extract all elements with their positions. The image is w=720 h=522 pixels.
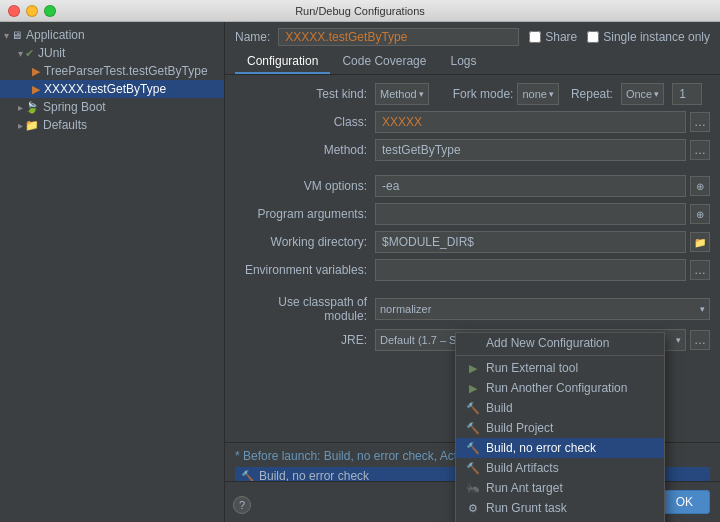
env-vars-button[interactable]: … <box>690 260 710 280</box>
name-row: Name: Share Single instance only <box>225 22 720 50</box>
sidebar-item-xxxxxtestgetbytype[interactable]: ▶ XXXXX.testGetByType <box>0 80 224 98</box>
name-label: Name: <box>235 30 270 44</box>
sidebar-item-springboot[interactable]: ▸ 🍃 Spring Boot <box>0 98 224 116</box>
chevron-down-icon: ▾ <box>700 304 705 314</box>
artifacts-icon: 🔨 <box>466 462 480 475</box>
build-icon: 🔨 <box>466 402 480 415</box>
jre-label: JRE: <box>235 333 375 347</box>
method-row: Method: … <box>235 139 710 161</box>
menu-add-new-config[interactable]: Add New Configuration <box>456 333 664 353</box>
program-args-input[interactable] <box>375 203 686 225</box>
sidebar-item-defaults[interactable]: ▸ 📁 Defaults <box>0 116 224 134</box>
menu-build[interactable]: 🔨 Build <box>456 398 664 418</box>
jre-more-button[interactable]: … <box>690 330 710 350</box>
junit-icon: ✔ <box>25 47 34 60</box>
test-kind-label: Test kind: <box>235 87 375 101</box>
test-kind-row: Test kind: Method ▾ Fork mode: none ▾ Re… <box>235 83 710 105</box>
run-icon: ▶ <box>466 362 480 375</box>
program-args-row: Program arguments: ⊕ <box>235 203 710 225</box>
chevron-down-icon: ▾ <box>654 89 659 99</box>
menu-build-no-error[interactable]: 🔨 Build, no error check <box>456 438 664 458</box>
chevron-down-icon: ▾ <box>419 89 424 99</box>
sidebar-item-label: Application <box>26 28 85 42</box>
build-project-icon: 🔨 <box>466 422 480 435</box>
program-args-label: Program arguments: <box>235 207 375 221</box>
env-vars-input[interactable] <box>375 259 686 281</box>
springboot-icon: 🍃 <box>25 101 39 114</box>
single-instance-label: Single instance only <box>603 30 710 44</box>
sidebar-item-label: Defaults <box>43 118 87 132</box>
arrow-icon: ▸ <box>18 102 23 113</box>
minimize-button[interactable] <box>26 5 38 17</box>
tab-code-coverage[interactable]: Code Coverage <box>330 50 438 74</box>
use-classpath-row: Use classpath of module: normalizer ▾ <box>235 295 710 323</box>
arrow-icon: ▸ <box>18 120 23 131</box>
sidebar-item-label: Spring Boot <box>43 100 106 114</box>
class-row: Class: … <box>235 111 710 133</box>
vm-options-input[interactable] <box>375 175 686 197</box>
right-panel: Name: Share Single instance only Configu… <box>225 22 720 522</box>
tab-logs[interactable]: Logs <box>438 50 488 74</box>
menu-divider <box>456 355 664 356</box>
name-input[interactable] <box>278 28 519 46</box>
program-args-expand-button[interactable]: ⊕ <box>690 204 710 224</box>
fork-mode-dropdown[interactable]: none ▾ <box>517 83 558 105</box>
repeat-count-input[interactable] <box>672 83 702 105</box>
class-label: Class: <box>235 115 375 129</box>
sidebar-item-label: XXXXX.testGetByType <box>44 82 166 96</box>
sidebar-item-label: JUnit <box>38 46 65 60</box>
share-checkbox-item[interactable]: Share <box>529 30 577 44</box>
share-label: Share <box>545 30 577 44</box>
class-more-button[interactable]: … <box>690 112 710 132</box>
tabs-bar: Configuration Code Coverage Logs <box>225 50 720 75</box>
menu-run-external-tool[interactable]: ▶ Run External tool <box>456 358 664 378</box>
menu-run-gulp-task[interactable]: ⚙ Run Gulp task <box>456 518 664 522</box>
chevron-down-icon: ▾ <box>676 335 681 345</box>
method-input[interactable] <box>375 139 686 161</box>
menu-run-grunt-task[interactable]: ⚙ Run Grunt task <box>456 498 664 518</box>
sidebar-item-treeparsertest[interactable]: ▶ TreeParserTest.testGetByType <box>0 62 224 80</box>
menu-run-ant-target[interactable]: 🐜 Run Ant target <box>456 478 664 498</box>
menu-build-project[interactable]: 🔨 Build Project <box>456 418 664 438</box>
working-dir-browse-button[interactable]: 📁 <box>690 232 710 252</box>
menu-run-another-config[interactable]: ▶ Run Another Configuration <box>456 378 664 398</box>
repeat-dropdown[interactable]: Once ▾ <box>621 83 664 105</box>
share-checkbox[interactable] <box>529 31 541 43</box>
chevron-down-icon: ▾ <box>549 89 554 99</box>
working-dir-label: Working directory: <box>235 235 375 249</box>
menu-build-artifacts[interactable]: 🔨 Build Artifacts <box>456 458 664 478</box>
env-vars-row: Environment variables: … <box>235 259 710 281</box>
test-icon: ▶ <box>32 65 40 78</box>
working-dir-row: Working directory: 📁 <box>235 231 710 253</box>
sidebar-item-application[interactable]: ▾ 🖥 Application <box>0 26 224 44</box>
repeat-label: Repeat: <box>571 87 613 101</box>
window-controls <box>8 5 56 17</box>
class-input[interactable] <box>375 111 686 133</box>
app-icon: 🖥 <box>11 29 22 41</box>
vm-options-label: VM options: <box>235 179 375 193</box>
grunt-icon: ⚙ <box>466 502 480 515</box>
test-icon: ▶ <box>32 83 40 96</box>
build-no-error-icon: 🔨 <box>466 442 480 455</box>
use-classpath-label: Use classpath of module: <box>235 295 375 323</box>
env-vars-label: Environment variables: <box>235 263 375 277</box>
method-label: Method: <box>235 143 375 157</box>
close-button[interactable] <box>8 5 20 17</box>
folder-icon: 📁 <box>25 119 39 132</box>
vm-options-expand-button[interactable]: ⊕ <box>690 176 710 196</box>
ok-button[interactable]: OK <box>659 490 710 514</box>
tab-configuration[interactable]: Configuration <box>235 50 330 74</box>
sidebar-item-junit[interactable]: ▾ ✔ JUnit <box>0 44 224 62</box>
ant-icon: 🐜 <box>466 482 480 495</box>
sidebar-item-label: TreeParserTest.testGetByType <box>44 64 208 78</box>
working-dir-input[interactable] <box>375 231 686 253</box>
classpath-dropdown[interactable]: normalizer ▾ <box>375 298 710 320</box>
test-kind-dropdown[interactable]: Method ▾ <box>375 83 429 105</box>
single-instance-checkbox-item[interactable]: Single instance only <box>587 30 710 44</box>
arrow-icon: ▾ <box>4 30 9 41</box>
method-more-button[interactable]: … <box>690 140 710 160</box>
single-instance-checkbox[interactable] <box>587 31 599 43</box>
help-button[interactable]: ? <box>233 496 251 514</box>
maximize-button[interactable] <box>44 5 56 17</box>
run-icon: ▶ <box>466 382 480 395</box>
